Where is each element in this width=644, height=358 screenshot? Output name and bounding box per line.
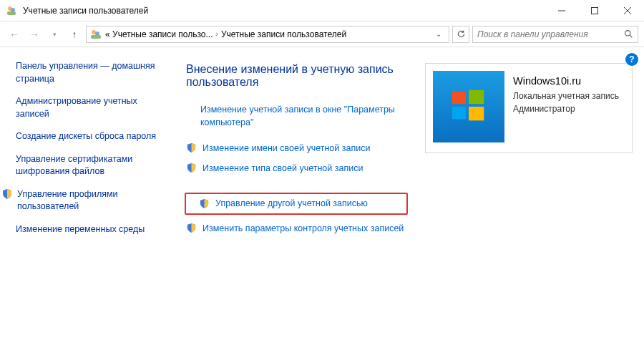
svg-rect-14	[452, 107, 466, 119]
shield-icon	[199, 198, 210, 209]
forward-button[interactable]: →	[26, 26, 43, 43]
sidebar-home-link[interactable]: Панель управления — домашняя страница	[16, 60, 165, 85]
svg-rect-4	[592, 8, 598, 14]
user-role: Администратор	[513, 102, 619, 115]
avatar	[433, 71, 504, 142]
minimize-button[interactable]	[545, 0, 578, 21]
user-info: Windows10i.ru Локальная учетная запись А…	[513, 71, 619, 115]
sidebar: Панель управления — домашняя страница Ад…	[0, 47, 173, 358]
user-type: Локальная учетная запись	[513, 90, 619, 102]
shield-icon	[186, 223, 197, 233]
sidebar-certs-link[interactable]: Управление сертификатами шифрования файл…	[16, 153, 165, 178]
navbar: ← → ▾ ↑ « Учетные записи пользо... › Уче…	[0, 21, 644, 47]
svg-rect-13	[469, 90, 484, 104]
breadcrumb-dropdown[interactable]: ⌄	[431, 30, 446, 38]
svg-rect-9	[91, 35, 101, 39]
page-title: Внесение изменений в учетную запись поль…	[186, 63, 408, 89]
search-icon[interactable]	[624, 29, 633, 39]
windows-logo-icon	[448, 86, 489, 127]
search-box[interactable]	[472, 26, 638, 43]
option-manage-other-highlighted[interactable]: Управление другой учетной записью	[185, 193, 408, 215]
recent-dropdown[interactable]: ▾	[46, 26, 63, 43]
shield-icon	[186, 142, 197, 153]
shield-icon	[1, 188, 13, 200]
back-button[interactable]: ←	[6, 26, 23, 43]
svg-rect-15	[469, 107, 484, 120]
sidebar-profiles-link[interactable]: Управление профилями пользователей	[16, 188, 165, 213]
sidebar-reset-disk-link[interactable]: Создание дискеты сброса пароля	[16, 130, 165, 143]
titlebar: Учетные записи пользователей	[0, 0, 644, 21]
app-icon	[6, 5, 17, 16]
svg-point-10	[625, 31, 630, 36]
search-input[interactable]	[477, 29, 624, 39]
close-button[interactable]	[611, 0, 644, 21]
user-name: Windows10i.ru	[513, 75, 619, 87]
sidebar-admin-link[interactable]: Администрирование учетных записей	[16, 95, 165, 120]
window-controls	[545, 0, 644, 21]
main: Внесение изменений в учетную запись поль…	[173, 47, 644, 358]
breadcrumb-part-1[interactable]: « Учетные записи пользо...	[105, 29, 213, 39]
maximize-button[interactable]	[578, 0, 611, 21]
refresh-button[interactable]	[452, 26, 469, 43]
shield-icon	[186, 163, 197, 173]
user-card: Windows10i.ru Локальная учетная запись А…	[425, 63, 633, 153]
breadcrumb-icon	[89, 29, 102, 40]
option-pc-settings[interactable]: Изменение учетной записи в окне "Парамет…	[186, 103, 408, 129]
window-title: Учетные записи пользователей	[23, 6, 545, 16]
help-button[interactable]: ?	[625, 53, 638, 66]
option-change-name[interactable]: Изменение имени своей учетной записи	[186, 142, 408, 155]
svg-rect-12	[452, 92, 466, 104]
breadcrumb-part-2[interactable]: Учетные записи пользователей	[221, 29, 346, 39]
chevron-right-icon: ›	[216, 30, 218, 38]
main-options: Внесение изменений в учетную запись поль…	[186, 63, 408, 351]
sidebar-env-link[interactable]: Изменение переменных среды	[16, 223, 165, 236]
svg-rect-2	[7, 11, 16, 15]
svg-line-11	[630, 35, 632, 37]
content: ? Панель управления — домашняя страница …	[0, 47, 644, 358]
breadcrumb[interactable]: « Учетные записи пользо... › Учетные зап…	[86, 26, 449, 43]
option-change-type[interactable]: Изменение типа своей учетной записи	[186, 162, 408, 175]
option-uac[interactable]: Изменить параметры контроля учетных запи…	[186, 222, 408, 235]
up-button[interactable]: ↑	[66, 26, 83, 43]
